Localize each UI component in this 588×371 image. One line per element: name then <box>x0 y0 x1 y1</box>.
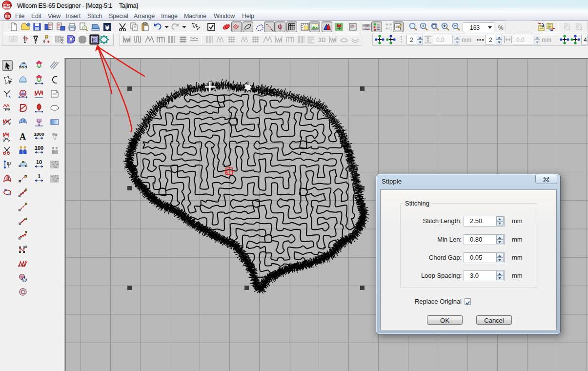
svg-text:3D: 3D <box>318 37 326 43</box>
svg-text:10: 10 <box>36 159 42 165</box>
svg-text:A: A <box>20 132 26 142</box>
svg-text:1000: 1000 <box>34 131 44 137</box>
svg-text:1: 1 <box>568 26 570 31</box>
svg-text:1: 1 <box>38 173 41 179</box>
svg-text:2: 2 <box>580 26 582 31</box>
svg-text:100: 100 <box>35 145 43 151</box>
